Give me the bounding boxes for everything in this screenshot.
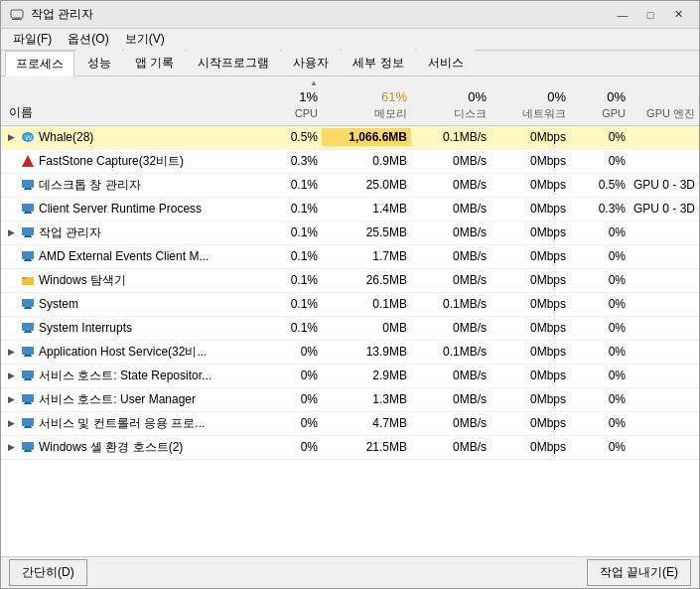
table-row[interactable]: System Interrupts0.1%0MB0MB/s0Mbps0% [1, 317, 699, 341]
col-gpu-engine[interactable]: GPU 엔진 [630, 104, 699, 122]
table-row[interactable]: FastStone Capture(32비트)0.3%0.9MB0MB/s0Mb… [1, 150, 699, 174]
col-cpu[interactable]: ▲ 1% CPU [252, 76, 322, 123]
gpu-cell: 0% [570, 343, 630, 361]
svg-rect-27 [25, 355, 31, 356]
table-row[interactable]: Windows 탐색기0.1%26.5MB0MB/s0Mbps0% [1, 269, 699, 293]
svg-rect-19 [22, 277, 27, 279]
memory-cell: 2.9MB [322, 367, 411, 384]
table-row[interactable]: ▶Windows 셸 환경 호스트(2)0%21.5MB0MB/s0Mbps0% [1, 436, 699, 460]
process-name-text: System Interrupts [39, 321, 132, 335]
expand-arrow-icon[interactable]: ▶ [5, 394, 17, 404]
process-icon [21, 297, 35, 311]
window-controls: — □ ✕ [610, 5, 691, 25]
network-cell: 0Mbps [490, 200, 570, 218]
maximize-button[interactable]: □ [637, 5, 663, 25]
disk-cell: 0MB/s [411, 223, 490, 241]
table-row[interactable]: ▶서비스 호스트: State Repositor...0%2.9MB0MB/s… [1, 365, 699, 388]
svg-rect-16 [25, 259, 31, 260]
process-name-text: 작업 관리자 [39, 224, 101, 241]
cpu-cell: 0% [252, 414, 322, 432]
tab-details[interactable]: 세부 정보 [342, 50, 414, 75]
process-name-cell: Windows 탐색기 [1, 270, 252, 291]
table-row[interactable]: ▶WWhale(28)0.5%1,066.6MB0.1MB/s0Mbps0% [1, 126, 699, 150]
minimize-button[interactable]: — [610, 5, 635, 25]
network-cell: 0Mbps [490, 247, 570, 265]
svg-rect-25 [24, 332, 32, 333]
disk-cell: 0MB/s [411, 176, 490, 194]
cpu-cell: 0.1% [252, 295, 322, 313]
cpu-cell: 0.1% [252, 223, 322, 241]
memory-cell: 0MB [322, 319, 411, 337]
cpu-cell: 0.1% [252, 271, 322, 289]
minimize-view-button[interactable]: 간단히(D) [9, 559, 87, 586]
menu-options[interactable]: 옵션(O) [60, 29, 116, 50]
memory-cell: 1,066.6MB [322, 128, 411, 146]
gpu-engine-cell [630, 230, 699, 234]
table-row[interactable]: ▶서비스 호스트: User Manager0%1.3MB0MB/s0Mbps0… [1, 388, 699, 412]
process-name-text: Client Server Runtime Process [39, 202, 202, 216]
gpu-engine-cell [630, 373, 699, 377]
menu-view[interactable]: 보기(V) [117, 29, 173, 50]
col-memory[interactable]: 61% 메모리 [322, 87, 411, 122]
table-row[interactable]: ▶서비스 및 컨트롤러 응용 프로...0%4.7MB0MB/s0Mbps0% [1, 412, 699, 436]
process-icon [21, 321, 35, 335]
expand-arrow-icon[interactable]: ▶ [5, 442, 17, 452]
col-disk[interactable]: 0% 디스크 [411, 87, 490, 122]
title-bar: 작업 관리자 — □ ✕ [1, 1, 699, 29]
svg-rect-14 [24, 236, 32, 237]
process-name-cell: ▶Application Host Service(32비... [1, 342, 252, 363]
network-cell: 0Mbps [490, 367, 570, 384]
svg-rect-10 [25, 212, 31, 213]
gpu-engine-cell [630, 254, 699, 258]
expand-arrow-icon[interactable]: ▶ [5, 418, 17, 428]
tab-services[interactable]: 서비스 [417, 50, 475, 75]
col-name[interactable]: 이름 [1, 104, 252, 123]
process-name-text: 서비스 및 컨트롤러 응용 프로... [39, 415, 205, 432]
menu-file[interactable]: 파일(F) [5, 29, 60, 50]
disk-cell: 0MB/s [411, 200, 490, 218]
disk-cell: 0MB/s [411, 152, 490, 170]
expand-arrow-icon[interactable]: ▶ [5, 132, 17, 142]
svg-rect-32 [22, 394, 34, 402]
svg-text:W: W [25, 133, 33, 142]
table-body[interactable]: ▶WWhale(28)0.5%1,066.6MB0.1MB/s0Mbps0%Fa… [1, 126, 699, 556]
process-name-text: 데스크톱 창 관리자 [39, 177, 141, 194]
table-row[interactable]: ▶작업 관리자0.1%25.5MB0MB/s0Mbps0% [1, 221, 699, 245]
table-header: 이름 ▲ 1% CPU 61% 메모리 [1, 76, 699, 126]
gpu-engine-cell [630, 302, 699, 306]
svg-rect-6 [22, 180, 34, 188]
bottom-bar: 간단히(D) 작업 끝내기(E) [1, 556, 699, 588]
gpu-cell: 0% [570, 319, 630, 337]
expand-arrow-icon[interactable]: ▶ [5, 227, 17, 237]
end-task-button[interactable]: 작업 끝내기(E) [587, 559, 691, 586]
expand-arrow-icon[interactable]: ▶ [5, 347, 17, 357]
col-network[interactable]: 0% 네트워크 [490, 87, 570, 122]
gpu-engine-cell [630, 445, 699, 449]
table-row[interactable]: Client Server Runtime Process0.1%1.4MB0M… [1, 198, 699, 221]
process-name-cell: System Interrupts [1, 319, 252, 337]
table-row[interactable]: System0.1%0.1MB0.1MB/s0Mbps0% [1, 293, 699, 317]
memory-cell: 25.5MB [322, 223, 411, 241]
svg-rect-29 [22, 370, 34, 378]
table-row[interactable]: ▶Application Host Service(32비...0%13.9MB… [1, 341, 699, 365]
disk-cell: 0MB/s [411, 438, 490, 456]
tab-performance[interactable]: 성능 [76, 50, 122, 75]
sort-arrow-icon: ▲ [310, 78, 318, 88]
expand-arrow-icon[interactable]: ▶ [5, 370, 17, 380]
cpu-cell: 0.1% [252, 319, 322, 337]
tab-startup[interactable]: 시작프로그램 [187, 50, 280, 75]
tab-process[interactable]: 프로세스 [5, 51, 74, 76]
col-gpu[interactable]: 0% GPU [570, 87, 630, 122]
tab-app-history[interactable]: 앱 기록 [124, 50, 185, 75]
disk-cell: 0.1MB/s [411, 295, 490, 313]
gpu-cell: 0% [570, 223, 630, 241]
gpu-cell: 0% [570, 438, 630, 456]
close-button[interactable]: ✕ [665, 5, 691, 25]
table-row[interactable]: AMD External Events Client M...0.1%1.7MB… [1, 245, 699, 269]
tab-users[interactable]: 사용자 [282, 50, 340, 75]
svg-rect-40 [24, 451, 32, 452]
table-row[interactable]: 데스크톱 창 관리자0.1%25.0MB0MB/s0Mbps0.5%GPU 0 … [1, 174, 699, 198]
process-name-cell: System [1, 295, 252, 313]
svg-rect-39 [25, 450, 31, 451]
network-cell: 0Mbps [490, 319, 570, 337]
